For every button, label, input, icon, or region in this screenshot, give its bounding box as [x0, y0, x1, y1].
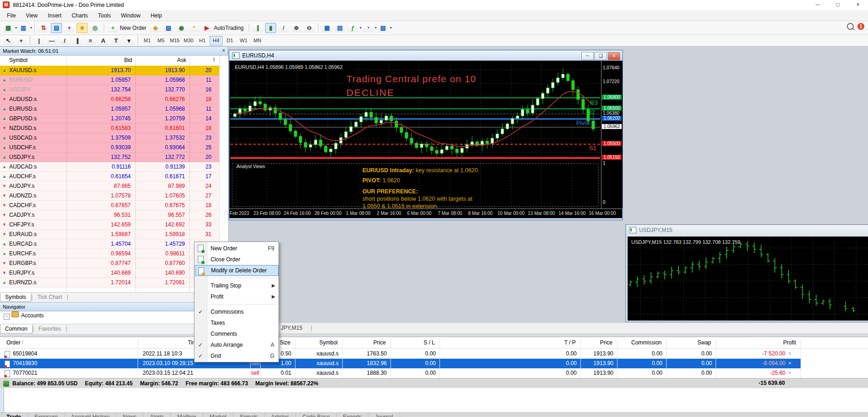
market-watch-column-header[interactable]: Symbol	[9, 57, 60, 63]
autotrading-icon[interactable]: ▶	[201, 23, 212, 33]
timeframe-h1-button[interactable]: H1	[196, 36, 209, 45]
market-watch-row-chfjpy.s[interactable]: ▼CHFJPY.s142.659142.69233	[0, 220, 219, 230]
bottom-tab-alerts[interactable]: Alerts	[144, 413, 171, 417]
dropdown-arrow-icon[interactable]: ▾	[375, 26, 377, 30]
timeframe-m1-button[interactable]: M1	[141, 36, 154, 45]
market-watch-row-audjpy.s[interactable]: ▼AUDJPY.s87.96587.98924	[0, 181, 219, 191]
market-watch-row-audusd.s[interactable]: ▼AUDUSD.s0.662580.6627618	[0, 95, 219, 104]
menu-file[interactable]: File	[2, 11, 21, 20]
market-watch-tab-symbols[interactable]: Symbols	[0, 293, 31, 302]
label-icon[interactable]: T	[111, 35, 122, 45]
terminal-order-row-65019804[interactable]: 650198042022.11.18 10:3sell0.50xauusd.s1…	[0, 349, 801, 359]
market-watch-row-audchf.s[interactable]: ▲AUDCHF.s0.616540.6167117	[0, 172, 219, 181]
shapes-icon[interactable]: ▾	[123, 35, 134, 45]
terminal-column-header-s/l[interactable]: S / L	[390, 339, 435, 346]
menu-item-taxes[interactable]: Taxes	[195, 317, 278, 328]
market-watch-row-audnzd.s[interactable]: ▼AUDNZD.s1.075781.0760527	[0, 191, 219, 201]
market-watch-row-eurjpy.s[interactable]: ▼EURJPY.s140.669140.690	[0, 268, 219, 278]
menu-tools[interactable]: Tools	[93, 11, 116, 20]
menu-item-profit[interactable]: Profit▶	[195, 291, 278, 302]
candlestick-icon[interactable]: ▮	[265, 23, 276, 33]
window-maximize-button[interactable]: □	[828, 0, 848, 10]
chart-minimize-button[interactable]: ─	[581, 52, 594, 60]
vertical-line-icon[interactable]: |	[33, 35, 45, 45]
navigator-accounts-item[interactable]: Accounts	[21, 312, 44, 319]
terminal-column-header-price[interactable]: Price	[342, 339, 386, 346]
bottom-tab-signals[interactable]: Signals	[234, 413, 265, 417]
timeframe-m30-button[interactable]: M30	[182, 36, 195, 45]
bottom-tab-account-history[interactable]: Account History	[65, 413, 117, 417]
templates-icon[interactable]: ▧	[378, 23, 389, 33]
menu-insert[interactable]: Insert	[43, 11, 67, 20]
market-watch-row-eurgbp.s[interactable]: ▼EURGBP.s0.877470.87760	[0, 259, 219, 268]
text-icon[interactable]: A	[98, 35, 109, 45]
indicators-icon[interactable]: ƒ	[347, 23, 358, 33]
close-order-icon[interactable]: ×	[788, 360, 791, 366]
market-watch-row-audcad.s[interactable]: ▲AUDCAD.s0.911160.9113923	[0, 162, 219, 172]
bottom-tab-exposure[interactable]: Exposure	[28, 413, 65, 417]
timeframe-w1-button[interactable]: W1	[237, 36, 250, 45]
market-watch-icon[interactable]: ⇅	[38, 23, 49, 33]
market-watch-tab-tick-chart[interactable]: Tick Chart	[33, 293, 67, 301]
cascade-windows-icon[interactable]: ▤	[334, 23, 345, 33]
terminal-column-header-commission[interactable]: Commission	[617, 339, 662, 346]
zoom-out-icon[interactable]: ⊖	[304, 23, 315, 33]
timeframe-m5-button[interactable]: M5	[155, 36, 167, 45]
market-watch-row-gbpusd.s[interactable]: ▲GBPUSD.s1.207451.2075914	[0, 114, 219, 124]
strategy-tester-icon[interactable]: ◎	[89, 23, 100, 33]
market-watch-row-euraud.s[interactable]: ▼EURAUD.s1.598871.5991831	[0, 230, 219, 239]
publisher-icon[interactable]: ▨	[163, 23, 174, 33]
cursor-icon[interactable]: ↖	[3, 35, 14, 45]
bottom-tab-articles[interactable]: Articles	[265, 413, 296, 417]
bottom-tab-journal[interactable]: Journal	[368, 413, 400, 417]
market-watch-column-header[interactable]: Bid	[67, 57, 132, 63]
market-watch-row-cadchf.s[interactable]: ▼CADCHF.s0.676570.6767518	[0, 201, 219, 210]
terminal-column-header-profit[interactable]: Profit	[716, 339, 796, 346]
market-watch-column-header[interactable]: !	[190, 57, 215, 63]
terminal-order-row-70419830[interactable]: 704198302023.03.10 09:28:15sell1.00xauus…	[0, 359, 801, 368]
menu-item-commissions[interactable]: ✓Commissions	[195, 306, 278, 317]
menu-help[interactable]: Help	[145, 11, 167, 20]
terminal-order-row-70770021[interactable]: 707700212023.03.15 12:04:21sell0.01xauus…	[0, 368, 801, 378]
autotrading-label[interactable]: AutoTrading	[214, 25, 244, 31]
menu-item-auto-arrange[interactable]: ✓Auto ArrangeA	[195, 339, 278, 350]
fibonacci-icon[interactable]: ≡	[85, 35, 96, 45]
data-window-icon[interactable]: ▤	[51, 23, 62, 33]
chart-restore-button[interactable]: ❏	[595, 52, 607, 60]
profiles-icon[interactable]: ▥	[18, 23, 29, 33]
terminal-icon[interactable]: ★	[77, 23, 88, 33]
close-order-icon[interactable]: ×	[788, 350, 791, 357]
menu-item-modify-or-delete-order[interactable]: Modify or Delete Order	[195, 265, 278, 276]
market-watch-row-eurusd.s[interactable]: ▲EURUSD.s1.059571.0596811	[0, 104, 219, 114]
market-watch-row-usdjpy[interactable]: ▲USDJPY132.754132.77016	[0, 85, 219, 95]
dropdown-arrow-icon[interactable]: ▾	[15, 26, 17, 30]
menu-view[interactable]: View	[21, 11, 43, 20]
notification-badge[interactable]: 1	[857, 23, 864, 30]
periods-icon[interactable]: ◔	[362, 23, 373, 33]
bottom-tab-news[interactable]: News	[117, 413, 144, 417]
usdjpy-chart-area[interactable]: USDJPY,M15 132.783 132.799 132.708 132.7…	[628, 237, 868, 321]
timeframe-h4-button[interactable]: H4	[210, 36, 223, 45]
zoom-in-icon[interactable]: ⊕	[291, 23, 302, 33]
close-order-icon[interactable]: ×	[788, 370, 791, 376]
navigator-icon[interactable]: +	[64, 23, 75, 33]
menu-item-trailing-stop[interactable]: Trailing Stop▶	[195, 280, 278, 291]
menu-item-new-order[interactable]: New OrderF9	[195, 243, 278, 254]
window-close-button[interactable]: ×	[848, 0, 868, 10]
market-watch-row-eurnzd.s[interactable]: ▲EURNZD.s1.720141.72061	[0, 278, 219, 287]
mql5-market-icon[interactable]: ◆	[150, 23, 161, 33]
timeframe-m15-button[interactable]: M15	[168, 36, 181, 45]
market-watch-row-usdchf.s[interactable]: ▲USDCHF.s0.930390.9306425	[0, 143, 219, 152]
trendline-icon[interactable]: /	[59, 35, 70, 45]
terminal-column-header-order[interactable]: Order /	[6, 339, 23, 346]
bottom-tab-experts[interactable]: Experts	[337, 413, 369, 417]
market-watch-row-eurcad.s[interactable]: ▲EURCAD.s1.457041.45729	[0, 239, 219, 249]
usdjpy-window-title-bar[interactable]: USDJPY,M15	[626, 225, 868, 235]
market-watch-row-cadjpy.s[interactable]: ▼CADJPY.s96.53196.55726	[0, 210, 219, 220]
horizontal-line-icon[interactable]: —	[46, 35, 57, 45]
chart-close-button[interactable]: ×	[608, 52, 620, 60]
bottom-tab-market[interactable]: Market	[203, 413, 234, 417]
eurusd-chart-area[interactable]: R3R2PivotS1 EURUSD,H4 1.05896 1.05989 1.…	[229, 61, 622, 218]
terminal-column-header-swap[interactable]: Swap	[666, 339, 711, 346]
menu-item-grid[interactable]: ✓GridG	[195, 350, 278, 361]
